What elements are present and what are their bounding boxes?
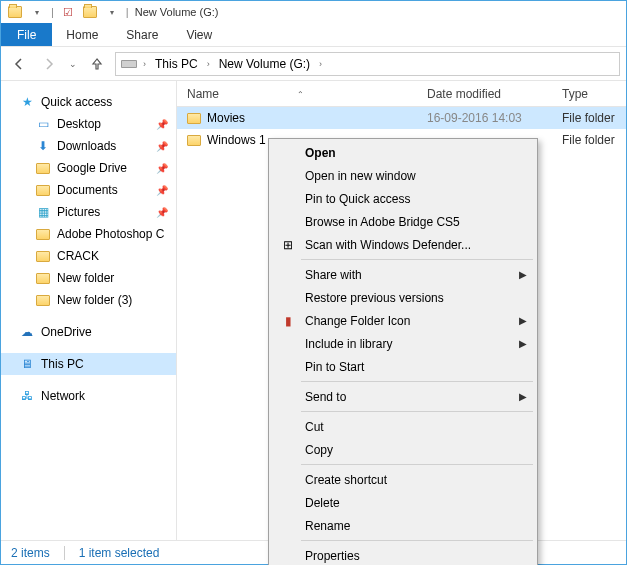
qat-dropdown-icon[interactable]: ▾ <box>29 4 45 20</box>
ctx-restore-versions[interactable]: Restore previous versions <box>271 286 535 309</box>
chevron-right-icon: ▶ <box>519 315 527 326</box>
ctx-change-folder-icon[interactable]: ▮ Change Folder Icon▶ <box>271 309 535 332</box>
qat-separator: | <box>51 6 54 18</box>
pictures-icon: ▦ <box>35 204 51 220</box>
sidebar-item-newfolder3[interactable]: New folder (3) <box>1 289 176 311</box>
ribbon-view-tab[interactable]: View <box>172 23 226 46</box>
column-headers: Name ⌃ Date modified Type <box>177 81 626 107</box>
sidebar-item-documents[interactable]: Documents 📌 <box>1 179 176 201</box>
up-button[interactable] <box>85 52 109 76</box>
ctx-include-library[interactable]: Include in library▶ <box>271 332 535 355</box>
folder-icon <box>35 248 51 264</box>
sidebar-item-gdrive[interactable]: Google Drive 📌 <box>1 157 176 179</box>
pin-icon: 📌 <box>156 207 168 218</box>
pin-icon: 📌 <box>156 119 168 130</box>
navigation-pane: ★ Quick access ▭ Desktop 📌 ⬇ Downloads 📌… <box>1 81 177 540</box>
app-icon <box>7 4 23 20</box>
ctx-pin-quick-access[interactable]: Pin to Quick access <box>271 187 535 210</box>
chevron-right-icon: ▶ <box>519 269 527 280</box>
folder-icon <box>35 226 51 242</box>
breadcrumb-thispc[interactable]: This PC <box>151 57 202 71</box>
title-bar: ▾ | ☑ ▾ | New Volume (G:) <box>1 1 626 23</box>
ctx-open[interactable]: Open <box>271 141 535 164</box>
ctx-delete[interactable]: Delete <box>271 491 535 514</box>
ribbon: File Home Share View <box>1 23 626 47</box>
chevron-right-icon: ▶ <box>519 338 527 349</box>
status-separator <box>64 546 65 560</box>
folder-icon <box>35 292 51 308</box>
ctx-separator <box>301 540 533 541</box>
sidebar-item-desktop[interactable]: ▭ Desktop 📌 <box>1 113 176 135</box>
ctx-separator <box>301 464 533 465</box>
ctx-rename[interactable]: Rename <box>271 514 535 537</box>
qat-newfolder-icon[interactable] <box>82 4 98 20</box>
chevron-right-icon[interactable]: › <box>140 59 149 69</box>
chevron-right-icon[interactable]: › <box>204 59 213 69</box>
drive-icon <box>120 58 138 70</box>
qat-properties-icon[interactable]: ☑ <box>60 4 76 20</box>
window-title: New Volume (G:) <box>135 6 219 18</box>
sidebar-thispc[interactable]: 🖥 This PC <box>1 353 176 375</box>
chevron-right-icon: ▶ <box>519 391 527 402</box>
ctx-send-to[interactable]: Send to▶ <box>271 385 535 408</box>
sidebar-item-pictures[interactable]: ▦ Pictures 📌 <box>1 201 176 223</box>
column-date[interactable]: Date modified <box>427 87 562 101</box>
status-item-count: 2 items <box>11 546 50 560</box>
folder-icon <box>187 135 201 146</box>
column-name[interactable]: Name ⌃ <box>177 87 427 101</box>
star-icon: ★ <box>19 94 35 110</box>
ctx-browse-bridge[interactable]: Browse in Adobe Bridge CS5 <box>271 210 535 233</box>
ctx-separator <box>301 381 533 382</box>
context-menu: Open Open in new window Pin to Quick acc… <box>268 138 538 565</box>
folder-icon <box>35 160 51 176</box>
network-icon: 🖧 <box>19 388 35 404</box>
address-bar[interactable]: › This PC › New Volume (G:) › <box>115 52 620 76</box>
ctx-separator <box>301 411 533 412</box>
qat-caret-icon[interactable]: ▾ <box>104 4 120 20</box>
column-type[interactable]: Type <box>562 87 626 101</box>
chevron-right-icon[interactable]: › <box>316 59 325 69</box>
folder-icon <box>35 182 51 198</box>
history-dropdown[interactable]: ⌄ <box>67 52 79 76</box>
sidebar-item-newfolder[interactable]: New folder <box>1 267 176 289</box>
sort-indicator-icon: ⌃ <box>297 90 304 99</box>
ctx-cut[interactable]: Cut <box>271 415 535 438</box>
ctx-open-new-window[interactable]: Open in new window <box>271 164 535 187</box>
ctx-scan-defender[interactable]: ⊞ Scan with Windows Defender... <box>271 233 535 256</box>
breadcrumb-volume[interactable]: New Volume (G:) <box>215 57 314 71</box>
ctx-properties[interactable]: Properties <box>271 544 535 565</box>
pin-icon: 📌 <box>156 163 168 174</box>
ribbon-share-tab[interactable]: Share <box>112 23 172 46</box>
ctx-separator <box>301 259 533 260</box>
pin-icon: 📌 <box>156 141 168 152</box>
status-selected-count: 1 item selected <box>79 546 160 560</box>
svg-rect-1 <box>122 61 136 67</box>
nav-bar: ⌄ › This PC › New Volume (G:) › <box>1 47 626 81</box>
forward-button[interactable] <box>37 52 61 76</box>
pin-icon: 📌 <box>156 185 168 196</box>
downloads-icon: ⬇ <box>35 138 51 154</box>
ctx-share-with[interactable]: Share with▶ <box>271 263 535 286</box>
sidebar-item-downloads[interactable]: ⬇ Downloads 📌 <box>1 135 176 157</box>
folder-icon <box>187 113 201 124</box>
back-button[interactable] <box>7 52 31 76</box>
quick-access[interactable]: ★ Quick access <box>1 91 176 113</box>
shield-icon: ⊞ <box>279 238 297 252</box>
sidebar-item-crack[interactable]: CRACK <box>1 245 176 267</box>
ctx-copy[interactable]: Copy <box>271 438 535 461</box>
qat-separator-2: | <box>126 6 129 18</box>
ribbon-file-tab[interactable]: File <box>1 23 52 46</box>
sidebar-network[interactable]: 🖧 Network <box>1 385 176 407</box>
table-row[interactable]: Movies 16-09-2016 14:03 File folder <box>177 107 626 129</box>
ribbon-home-tab[interactable]: Home <box>52 23 112 46</box>
sidebar-onedrive[interactable]: ☁ OneDrive <box>1 321 176 343</box>
desktop-icon: ▭ <box>35 116 51 132</box>
folder-icon <box>35 270 51 286</box>
cloud-icon: ☁ <box>19 324 35 340</box>
sidebar-item-photoshop[interactable]: Adobe Photoshop C <box>1 223 176 245</box>
bookmark-icon: ▮ <box>279 314 297 328</box>
ctx-create-shortcut[interactable]: Create shortcut <box>271 468 535 491</box>
monitor-icon: 🖥 <box>19 356 35 372</box>
ctx-pin-start[interactable]: Pin to Start <box>271 355 535 378</box>
